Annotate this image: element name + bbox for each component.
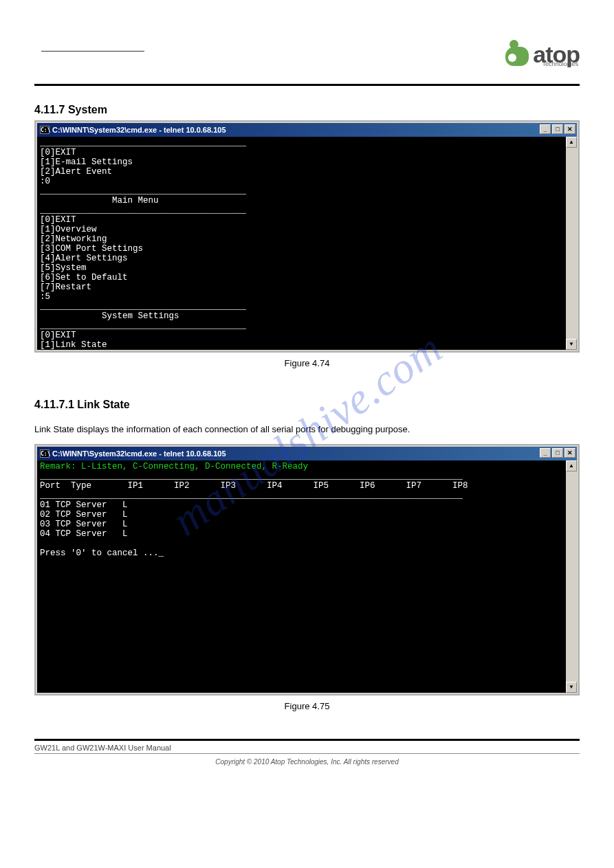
figure-caption-2: Figure 4.75 [34,701,580,711]
maximize-button[interactable]: □ [552,448,563,458]
brand-subtitle: Technologies [542,60,578,67]
page-header: atop Technologies [34,27,580,86]
cmd-icon: C:\ [40,449,50,458]
titlebar-1: C:\ C:\WINNT\System32\cmd.exe - telnet 1… [37,123,577,137]
scrollbar-1[interactable]: ▲ ▼ [566,137,577,350]
scrollbar-2[interactable]: ▲ ▼ [566,460,577,693]
footer-text: GW21L and GW21W-MAXI User Manual [34,741,580,754]
scroll-up-icon[interactable]: ▲ [566,460,577,471]
terminal-body-2: Remark: L-Listen, C-Connecting, D-Connec… [37,460,566,693]
terminal-window-1: C:\ C:\WINNT\System32\cmd.exe - telnet 1… [34,120,580,353]
minimize-button[interactable]: _ [540,124,551,134]
scroll-down-icon[interactable]: ▼ [566,339,577,350]
window-title-2: C:\WINNT\System32\cmd.exe - telnet 10.0.… [52,449,226,458]
titlebar-2: C:\ C:\WINNT\System32\cmd.exe - telnet 1… [37,447,577,460]
minimize-button[interactable]: _ [540,448,551,458]
scroll-down-icon[interactable]: ▼ [566,682,577,693]
close-button[interactable]: ✕ [564,448,575,458]
brand-logo: atop Technologies [503,40,580,65]
cmd-icon: C:\ [40,126,50,134]
window-title-1: C:\WINNT\System32\cmd.exe - telnet 10.0.… [52,126,226,134]
copyright-text: Copyright © 2010 Atop Technologies, Inc.… [34,758,580,766]
section-heading-system: 4.11.7 System [34,104,580,116]
section-heading-linkstate: 4.11.7.1 Link State [34,399,580,411]
terminal-body-1: ________________________________________… [37,137,566,350]
maximize-button[interactable]: □ [552,124,563,134]
scroll-up-icon[interactable]: ▲ [566,137,577,148]
logo-icon [503,40,531,65]
header-underline [41,51,144,52]
linkstate-description: Link State displays the information of e… [34,423,580,436]
figure-caption-1: Figure 4.74 [34,358,580,368]
close-button[interactable]: ✕ [564,124,575,134]
terminal-window-2: C:\ C:\WINNT\System32\cmd.exe - telnet 1… [34,444,580,695]
